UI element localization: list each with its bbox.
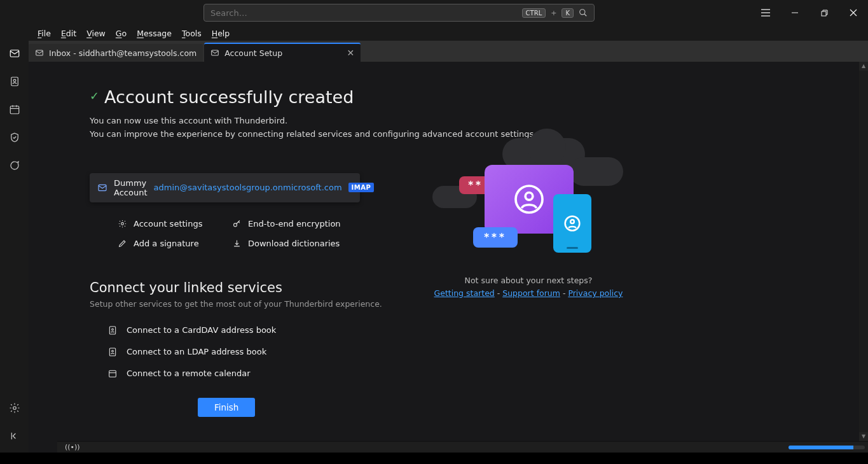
sidebar-mail-icon[interactable] xyxy=(3,42,26,65)
maximize-button[interactable] xyxy=(809,0,839,25)
account-email: admin@savitasystoolsgroup.onmicrosoft.co… xyxy=(154,183,342,192)
download-icon xyxy=(232,239,242,248)
svg-rect-27 xyxy=(109,370,116,377)
menu-bar: File Edit View Go Message Tools Help xyxy=(0,25,868,41)
search-input[interactable] xyxy=(210,8,517,18)
checkmark-icon: ✓ xyxy=(90,89,99,102)
inbox-icon xyxy=(35,48,44,57)
action-e2e-encryption[interactable]: End-to-end encryption xyxy=(232,219,359,228)
svg-rect-12 xyxy=(10,106,19,114)
account-summary-chip: Dummy Account admin@savitasystoolsgroup.… xyxy=(90,173,360,202)
menu-help[interactable]: Help xyxy=(207,27,235,39)
service-remote-calendar[interactable]: Connect to a remote calendar xyxy=(107,369,868,379)
close-tab-icon[interactable]: ✕ xyxy=(347,48,355,58)
global-search[interactable]: CTRL + K xyxy=(203,4,595,22)
svg-point-11 xyxy=(13,80,16,82)
search-icon[interactable] xyxy=(579,8,588,17)
sidebar-tasks-icon[interactable] xyxy=(3,126,26,149)
help-block: Not sure about your next steps? Getting … xyxy=(433,274,624,300)
page-subtitle: You can now use this account with Thunde… xyxy=(90,115,868,141)
tab-account-setup[interactable]: Account Setup ✕ xyxy=(204,43,361,62)
account-name: Dummy Account xyxy=(114,178,148,197)
tab-strip: Inbox - siddharth@teamsystools.com Accou… xyxy=(29,41,868,62)
gear-icon xyxy=(118,219,127,228)
finish-button[interactable]: Finish xyxy=(198,398,255,417)
account-mail-icon xyxy=(97,183,107,193)
menu-edit[interactable]: Edit xyxy=(57,27,81,39)
tab-inbox[interactable]: Inbox - siddharth@teamsystools.com xyxy=(29,44,203,62)
service-carddav[interactable]: Connect to a CardDAV address book xyxy=(107,325,868,335)
sidebar-chat-icon[interactable] xyxy=(3,154,26,177)
progress-bar xyxy=(789,446,865,449)
menu-go[interactable]: Go xyxy=(111,27,131,39)
illustration: ** *** xyxy=(432,138,623,265)
kbd-ctrl: CTRL xyxy=(522,8,546,18)
svg-line-1 xyxy=(584,14,587,17)
pencil-icon xyxy=(118,239,127,248)
help-question: Not sure about your next steps? xyxy=(433,274,624,287)
vertical-scrollbar[interactable]: ▲ ▼ xyxy=(859,62,868,441)
title-bar: CTRL + K xyxy=(0,0,868,25)
link-privacy-policy[interactable]: Privacy policy xyxy=(568,288,623,298)
main-panel: Inbox - siddharth@teamsystools.com Accou… xyxy=(29,41,868,453)
svg-point-24 xyxy=(112,328,114,330)
protocol-badge: IMAP xyxy=(348,183,375,192)
connection-status-icon[interactable]: ((•)) xyxy=(65,443,80,451)
account-setup-content: ✓ Account successfully created You can n… xyxy=(29,62,868,453)
svg-point-32 xyxy=(570,220,574,223)
page-title: ✓ Account successfully created xyxy=(90,87,868,107)
svg-rect-6 xyxy=(822,11,826,16)
svg-point-16 xyxy=(13,407,16,410)
action-download-dictionaries[interactable]: Download dictionaries xyxy=(232,239,359,248)
menu-tools[interactable]: Tools xyxy=(177,27,206,39)
address-book-icon xyxy=(107,325,118,335)
tab-inbox-label: Inbox - siddharth@teamsystools.com xyxy=(49,48,196,58)
hamburger-menu-icon[interactable] xyxy=(751,0,780,25)
menu-file[interactable]: File xyxy=(33,27,55,39)
calendar-icon xyxy=(107,369,118,379)
svg-point-30 xyxy=(525,193,533,200)
svg-point-0 xyxy=(580,10,585,15)
scroll-down-icon[interactable]: ▼ xyxy=(859,432,868,441)
svg-point-26 xyxy=(112,350,114,352)
sidebar-settings-icon[interactable] xyxy=(3,397,26,419)
action-account-settings[interactable]: Account settings xyxy=(118,219,232,228)
kbd-k: K xyxy=(561,8,574,18)
spaces-toolbar xyxy=(0,41,29,453)
sidebar-calendar-icon[interactable] xyxy=(3,98,26,121)
sidebar-address-book-icon[interactable] xyxy=(3,70,26,93)
address-book-icon xyxy=(107,347,118,357)
tab-setup-label: Account Setup xyxy=(224,48,282,58)
key-icon xyxy=(232,219,242,228)
mail-icon xyxy=(210,48,219,57)
close-button[interactable] xyxy=(839,0,868,25)
service-ldap[interactable]: Connect to an LDAP address book xyxy=(107,347,868,357)
sidebar-collapse-icon[interactable] xyxy=(3,425,26,447)
menu-message[interactable]: Message xyxy=(132,27,176,39)
link-support-forum[interactable]: Support forum xyxy=(502,288,560,298)
kbd-plus: + xyxy=(551,9,556,17)
menu-view[interactable]: View xyxy=(82,27,110,39)
action-add-signature[interactable]: Add a signature xyxy=(118,239,232,248)
minimize-button[interactable] xyxy=(780,0,809,25)
scroll-up-icon[interactable]: ▲ xyxy=(859,62,868,71)
svg-rect-9 xyxy=(10,50,19,57)
svg-point-22 xyxy=(234,223,237,226)
status-bar: ((•)) xyxy=(57,441,868,453)
link-getting-started[interactable]: Getting started xyxy=(434,288,495,298)
linked-services-subtext: Setup other services to get the most out… xyxy=(90,299,868,309)
svg-point-21 xyxy=(121,222,124,225)
